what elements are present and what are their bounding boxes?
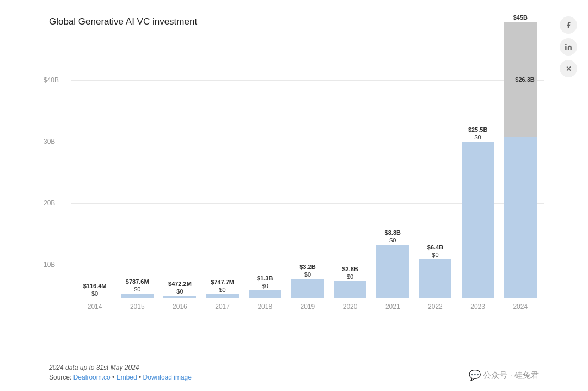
- grid-label-20b: 20B: [44, 199, 55, 207]
- bar-2016-label-top: $472.2M: [168, 280, 192, 287]
- bar-2018-bar: [249, 290, 281, 298]
- grid-label-10b: 10B: [44, 261, 55, 268]
- bar-2014-label-top: $116.4M: [83, 283, 107, 289]
- bar-2023: $25.5B $0 2023: [462, 126, 494, 310]
- bar-2024-top: $26.3B: [504, 22, 537, 137]
- x-axis-line: [71, 310, 544, 310]
- embed-link[interactable]: Embed: [117, 374, 137, 381]
- bar-2017-label-bottom: $0: [219, 286, 225, 293]
- source-label: Source:: [49, 374, 71, 381]
- bar-2021-label-top: $8.8B: [385, 229, 401, 236]
- bar-2019-label-bottom: $0: [304, 271, 311, 278]
- bar-2019-bar: [291, 279, 324, 298]
- bar-2020-label-bottom: $0: [347, 273, 353, 280]
- footnote: 2024 data up to 31st May 2024: [49, 364, 539, 371]
- bar-2018-xlabel: 2018: [258, 303, 272, 310]
- bar-2015-label-top: $787.6M: [126, 278, 149, 285]
- watermark: 💬 公众号 · 硅兔君: [469, 369, 539, 381]
- bar-2020-label-top: $2.8B: [342, 266, 358, 272]
- bar-2017: $747.7M $0 2017: [206, 279, 239, 310]
- bar-2014: $116.4M $0 2014: [78, 283, 111, 310]
- source-line: Source: Dealroom.co • Embed • Download i…: [49, 374, 539, 381]
- bar-2016-label-bottom: $0: [176, 288, 183, 295]
- bar-2017-xlabel: 2017: [215, 303, 230, 310]
- bar-2022-label-bottom: $0: [432, 252, 438, 258]
- linkedin-icon[interactable]: [560, 38, 577, 56]
- bar-2022: $6.4B $0 2022: [419, 244, 451, 310]
- social-icons: ✕: [560, 16, 577, 77]
- bar-2016-bar: [163, 296, 196, 298]
- svg-point-0: [565, 44, 566, 45]
- bar-2019-label-top: $3.2B: [299, 264, 315, 270]
- dealroom-link[interactable]: Dealroom.co: [74, 374, 111, 381]
- bar-2023-bar: [462, 142, 494, 298]
- facebook-icon[interactable]: [560, 16, 577, 34]
- bar-2024-label-top: $45B: [513, 14, 528, 21]
- bar-2023-xlabel: 2023: [470, 303, 485, 310]
- bar-2015-label-bottom: $0: [134, 286, 140, 292]
- bar-2016-xlabel: 2016: [173, 303, 187, 310]
- watermark-text: 公众号 · 硅兔君: [483, 370, 539, 381]
- bar-2017-label-top: $747.7M: [211, 279, 234, 285]
- bar-2015: $787.6M $0 2015: [121, 278, 154, 310]
- bar-2020: $2.8B $0 2020: [334, 266, 366, 310]
- bar-2014-xlabel: 2014: [88, 303, 102, 310]
- grid-label-40b: $40B: [44, 76, 59, 84]
- bar-2023-label-bottom: $0: [475, 134, 481, 140]
- bar-2014-label-bottom: $0: [91, 290, 98, 297]
- download-link[interactable]: Download image: [143, 374, 192, 381]
- bar-2021-bar: [376, 245, 409, 298]
- bar-2021: $8.8B $0 2021: [376, 229, 409, 310]
- separator1: •: [112, 374, 114, 381]
- bar-2018: $1.3B $0 2018: [249, 275, 281, 310]
- bar-2017-bar: [206, 294, 239, 298]
- bar-2015-xlabel: 2015: [130, 303, 145, 310]
- bar-2022-xlabel: 2022: [428, 303, 443, 310]
- bar-2016: $472.2M $0 2016: [163, 280, 196, 310]
- bar-2024-bottom: [504, 137, 537, 298]
- footer: 2024 data up to 31st May 2024 Source: De…: [49, 364, 539, 381]
- bar-2021-label-bottom: $0: [389, 237, 396, 243]
- bar-2024: $45B $26.3B 2024: [504, 14, 537, 310]
- chart-title: Global Generative AI VC investment: [44, 16, 544, 27]
- bar-2019-xlabel: 2019: [301, 303, 315, 310]
- grid-label-30b: 30B: [44, 138, 55, 145]
- bar-2024-xlabel: 2024: [513, 303, 528, 310]
- bar-2021-xlabel: 2021: [385, 303, 400, 310]
- bar-2022-label-top: $6.4B: [427, 244, 443, 251]
- twitter-x-icon[interactable]: ✕: [560, 60, 577, 77]
- bar-2015-bar: [121, 294, 154, 298]
- bar-2023-label-top: $25.5B: [468, 126, 487, 133]
- bar-2019: $3.2B $0 2019: [291, 264, 324, 310]
- bar-2014-bar: [78, 298, 111, 298]
- bar-2022-bar: [419, 259, 451, 298]
- bar-2020-xlabel: 2020: [343, 303, 358, 310]
- bar-2020-bar: [334, 281, 366, 298]
- bar-2018-label-bottom: $0: [262, 283, 268, 289]
- bar-2018-label-top: $1.3B: [257, 275, 273, 282]
- chart-container: ✕ Global Generative AI VC investment $40…: [0, 0, 588, 391]
- separator2: •: [139, 374, 141, 381]
